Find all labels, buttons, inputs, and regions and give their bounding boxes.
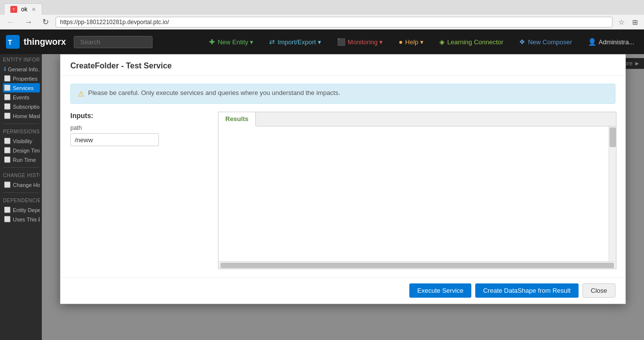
browser-chrome: T ok ✕ ← → ↻ ☆ ⊞ [0, 0, 644, 30]
sidebar-item-uses-this-entity[interactable]: ⬜ Uses This Enti... [3, 215, 40, 224]
dependencies-section: DEPENDENCIES ⬜ Entity Depend... ⬜ Uses T… [0, 195, 42, 225]
forward-button[interactable]: → [22, 17, 35, 28]
properties-icon: ⬜ [4, 75, 11, 82]
sidebar-general-info-label: General Info... [8, 66, 40, 72]
inputs-results-section: Inputs: path Results [70, 112, 615, 269]
results-tab[interactable]: Results [218, 112, 256, 126]
uses-this-entity-icon: ⬜ [4, 216, 11, 222]
main-area: ENTITY INFORMA... ℹ General Info... ⬜ Pr… [0, 54, 644, 340]
sidebar-item-visibility[interactable]: ⬜ Visibility [3, 136, 40, 146]
sidebar-subscriptions-label: Subscriptions... [13, 104, 40, 110]
run-time-icon: ⬜ [4, 156, 11, 163]
new-entity-label: New Entity ▾ [217, 38, 253, 46]
new-composer-button[interactable]: ❖ New Composer [515, 36, 576, 48]
browser-toolbar: ← → ↻ ☆ ⊞ [0, 15, 644, 30]
help-button[interactable]: ● Help ▾ [395, 36, 428, 48]
learning-connector-label: Learning Connector [447, 38, 503, 46]
monitoring-button[interactable]: ⬛ Monitoring ▾ [333, 36, 387, 48]
new-entity-button[interactable]: ✚ New Entity ▾ [205, 36, 257, 48]
sidebar-properties-label: Properties [13, 76, 37, 82]
top-nav: T thingworx ✚ New Entity ▾ ⇄ Import/Expo… [0, 30, 644, 54]
extensions-icon[interactable]: ⊞ [630, 17, 640, 27]
events-icon: ⬜ [4, 94, 11, 100]
permissions-title: PERMISSIONS [3, 129, 40, 134]
app-container: T thingworx ✚ New Entity ▾ ⇄ Import/Expo… [0, 30, 644, 340]
address-bar[interactable] [56, 17, 613, 28]
sidebar-item-entity-depends[interactable]: ⬜ Entity Depend... [3, 205, 40, 215]
results-scrollbar-h[interactable] [218, 261, 616, 269]
create-datashape-button[interactable]: Create DataShape from Result [475, 283, 579, 298]
import-export-button[interactable]: ⇄ Import/Export ▾ [265, 36, 325, 48]
sidebar-item-home-mashup[interactable]: ⬜ Home Mashin... [3, 111, 40, 121]
change-history-title: CHANGE HISTO... [3, 173, 40, 178]
modal-header: CreateFolder - Test Service [61, 55, 625, 76]
execute-service-button[interactable]: Execute Service [409, 283, 471, 298]
sidebar-item-change-history[interactable]: ⬜ Change Histo... [3, 180, 40, 189]
entity-info-section: ENTITY INFORMA... ℹ General Info... ⬜ Pr… [0, 54, 42, 122]
learning-connector-button[interactable]: ◈ Learning Connector [435, 36, 507, 48]
entity-info-title: ENTITY INFORMA... [3, 57, 40, 62]
results-content [218, 126, 609, 261]
sidebar-divider-3 [3, 192, 39, 193]
scroll-thumb-h [220, 263, 614, 268]
change-history-icon: ⬜ [4, 182, 11, 188]
alert-text: Please be careful. Only execute services… [88, 89, 340, 96]
dependencies-title: DEPENDENCIES [3, 198, 40, 203]
new-entity-icon: ✚ [209, 38, 215, 46]
sidebar-item-design-time[interactable]: ⬜ Design Time [3, 146, 40, 155]
alert-icon: ⚠ [78, 90, 84, 98]
modal-body: ⚠ Please be careful. Only execute servic… [61, 76, 625, 277]
bookmark-icon[interactable]: ☆ [616, 17, 626, 27]
new-composer-label: New Composer [528, 38, 572, 46]
sidebar-item-general-info[interactable]: ℹ General Info... [3, 64, 40, 74]
sidebar-item-services[interactable]: ⬜ Services [3, 83, 40, 93]
modal-title: CreateFolder - Test Service [70, 62, 172, 70]
refresh-button[interactable]: ↻ [39, 16, 52, 28]
sidebar-services-label: Services [13, 85, 33, 91]
brand-icon: T [6, 35, 20, 49]
search-input[interactable] [74, 36, 153, 48]
entity-depends-icon: ⬜ [4, 207, 11, 213]
modal-dialog: CreateFolder - Test Service ⚠ Please be … [60, 54, 626, 304]
sidebar-visibility-label: Visibility [13, 138, 32, 144]
learning-icon: ◈ [439, 38, 445, 46]
sidebar-item-events[interactable]: ⬜ Events [3, 93, 40, 102]
sidebar-entity-depends-label: Entity Depend... [13, 207, 40, 213]
alert-banner: ⚠ Please be careful. Only execute servic… [70, 84, 615, 104]
sidebar-item-properties[interactable]: ⬜ Properties [3, 74, 40, 83]
results-scrollbar-v[interactable] [609, 126, 616, 261]
tab-bar: T ok ✕ [0, 0, 644, 15]
modal-footer: Execute Service Create DataShape from Re… [61, 277, 625, 304]
results-body-row [218, 126, 616, 261]
results-panel: Results [218, 112, 616, 269]
sidebar-run-time-label: Run Time [13, 157, 36, 163]
back-button[interactable]: ← [4, 17, 18, 28]
sidebar-divider-2 [3, 167, 39, 168]
close-button[interactable]: Close [583, 283, 615, 298]
tab-label: ok [21, 6, 28, 13]
visibility-icon: ⬜ [4, 138, 11, 144]
sidebar-item-subscriptions[interactable]: ⬜ Subscriptions... [3, 102, 40, 111]
inputs-panel: Inputs: path [70, 112, 208, 269]
browser-tab[interactable]: T ok ✕ [4, 3, 42, 15]
sidebar-events-label: Events [13, 94, 30, 100]
help-icon: ● [399, 38, 402, 46]
design-time-icon: ⬜ [4, 147, 11, 154]
sidebar-design-time-label: Design Time [13, 148, 40, 154]
tab-close-icon[interactable]: ✕ [31, 6, 36, 13]
sidebar-item-run-time[interactable]: ⬜ Run Time [3, 155, 40, 164]
monitoring-icon: ⬛ [337, 38, 345, 46]
sidebar-divider-1 [3, 124, 39, 124]
services-icon: ⬜ [4, 85, 11, 91]
general-info-icon: ℹ [4, 66, 6, 72]
help-label: Help ▾ [405, 38, 424, 46]
admin-icon: 👤 [588, 38, 596, 46]
sidebar-home-mashup-label: Home Mashin... [13, 113, 40, 119]
admin-label: Administra... [599, 38, 634, 46]
import-export-icon: ⇄ [269, 38, 275, 46]
import-export-label: Import/Export ▾ [277, 38, 321, 46]
path-input[interactable] [70, 133, 159, 146]
modal-overlay: CreateFolder - Test Service ⚠ Please be … [42, 54, 644, 340]
results-tab-bar: Results [218, 112, 616, 126]
admin-button[interactable]: 👤 Administra... [584, 36, 638, 48]
